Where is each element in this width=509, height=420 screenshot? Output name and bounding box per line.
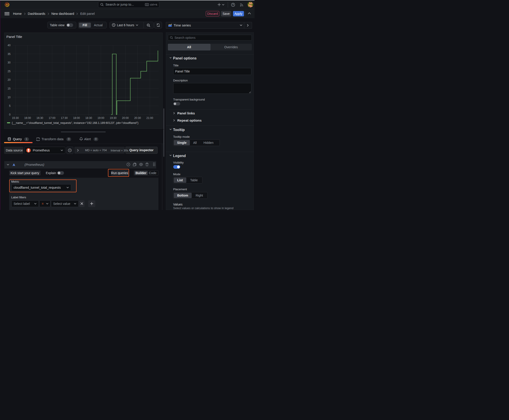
svg-text:40: 40 xyxy=(8,44,11,47)
svg-text:18:00: 18:00 xyxy=(73,116,80,119)
svg-text:16:30: 16:30 xyxy=(36,116,43,119)
svg-text:25: 25 xyxy=(8,69,11,73)
svg-text:19:00: 19:00 xyxy=(98,116,104,119)
svg-text:20:30: 20:30 xyxy=(134,116,141,119)
svg-text:?: ? xyxy=(128,163,129,165)
svg-text:16:00: 16:00 xyxy=(24,116,31,119)
svg-text:15:30: 15:30 xyxy=(12,116,19,119)
svg-text:18:30: 18:30 xyxy=(85,116,92,119)
svg-text:20: 20 xyxy=(8,78,11,82)
svg-text:17:30: 17:30 xyxy=(61,116,68,119)
svg-text:35: 35 xyxy=(8,52,11,55)
svg-text:21:00: 21:00 xyxy=(146,116,153,119)
svg-text:30: 30 xyxy=(8,61,11,64)
svg-text:0: 0 xyxy=(9,113,11,116)
svg-text:19:30: 19:30 xyxy=(110,116,116,119)
svg-text:?: ? xyxy=(69,149,70,151)
svg-text:10: 10 xyxy=(8,96,11,99)
svg-text:5: 5 xyxy=(9,104,11,107)
svg-text:15: 15 xyxy=(8,87,11,90)
svg-text:17:00: 17:00 xyxy=(49,116,55,119)
svg-text:?: ? xyxy=(232,3,234,6)
svg-text:20:00: 20:00 xyxy=(122,116,129,119)
svg-text:{__name__="cloudflared_tunnel_: {__name__="cloudflared_tunnel_total_requ… xyxy=(12,121,138,124)
